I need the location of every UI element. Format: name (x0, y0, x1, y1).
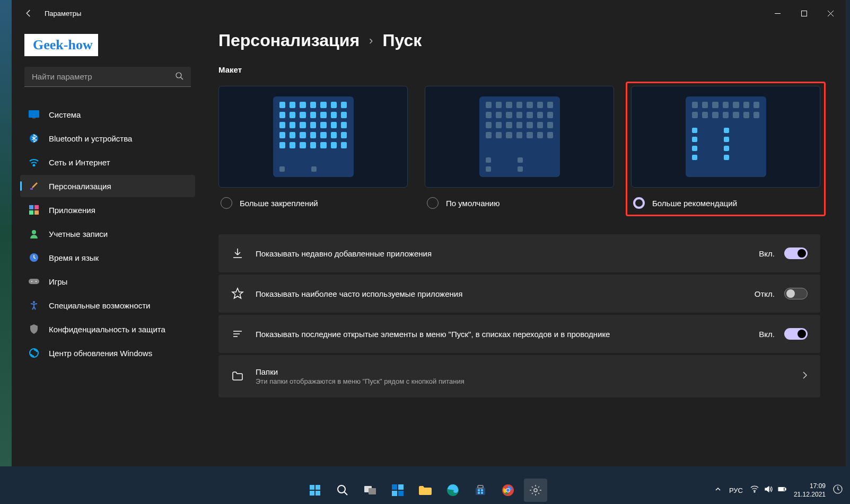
setting-subtitle: Эти папки отображаются в меню "Пуск" ряд… (256, 377, 792, 385)
layout-option-more-recommendations[interactable]: Больше рекомендаций (626, 82, 826, 216)
apps-icon (29, 205, 39, 215)
nav-label: Приложения (49, 206, 95, 215)
radio-icon (221, 197, 232, 209)
sidebar: Geek-how Система Bluetooth и устройства … (12, 26, 204, 466)
logo-text: Geek-how (33, 37, 93, 53)
maximize-button[interactable] (791, 3, 817, 24)
window-title: Параметры (45, 10, 81, 17)
svg-point-12 (176, 73, 181, 78)
layout-preview-more-pins (218, 86, 408, 188)
explorer-button[interactable] (414, 479, 437, 502)
setting-most-used[interactable]: Показывать наиболее часто используемые п… (218, 275, 820, 313)
setting-recent-items[interactable]: Показывать последние открытые элементы в… (218, 315, 820, 353)
nav-label: Учетные записи (49, 229, 108, 238)
nav-label: Игры (49, 277, 67, 286)
radio-more-recommendations[interactable]: Больше рекомендаций (631, 197, 820, 215)
wifi-tray-icon[interactable] (750, 485, 759, 496)
back-button[interactable] (18, 3, 39, 24)
svg-rect-15 (32, 118, 36, 119)
taskbar[interactable]: РУС 17:09 21.12.2021 (0, 476, 850, 504)
close-button[interactable] (817, 3, 844, 24)
search-box[interactable] (24, 67, 191, 87)
nav-label: Система (49, 110, 81, 119)
search-input[interactable] (32, 72, 175, 81)
radio-icon (427, 197, 439, 209)
svg-rect-14 (29, 110, 39, 118)
nav-windows-update[interactable]: Центр обновления Windows (20, 342, 195, 364)
svg-point-55 (534, 489, 537, 492)
chevron-right-icon: › (369, 34, 373, 48)
setting-title: Папки (256, 367, 792, 376)
settings-button[interactable] (524, 479, 547, 502)
layout-options: Больше закреплений (218, 86, 820, 215)
breadcrumb-current: Пуск (382, 31, 422, 50)
toggle-recent-items[interactable] (784, 328, 808, 340)
nav-accounts[interactable]: Учетные записи (20, 223, 195, 245)
radio-label: Больше закреплений (240, 199, 318, 208)
window-controls (764, 3, 844, 24)
store-button[interactable] (469, 479, 492, 502)
battery-tray-icon[interactable] (778, 485, 786, 496)
radio-label: Больше рекомендаций (652, 199, 737, 208)
desktop-wallpaper-strip (0, 0, 12, 466)
svg-rect-49 (481, 489, 483, 491)
nav-bluetooth[interactable]: Bluetooth и устройства (20, 127, 195, 149)
minimize-button[interactable] (764, 3, 791, 24)
nav-apps[interactable]: Приложения (20, 199, 195, 221)
edge-button[interactable] (441, 479, 465, 502)
svg-rect-33 (310, 485, 314, 490)
svg-rect-35 (310, 491, 314, 496)
radio-more-pins[interactable]: Больше закреплений (218, 197, 408, 215)
nav-time-language[interactable]: Время и язык (20, 246, 195, 269)
widgets-button[interactable] (386, 479, 409, 502)
content-area: Geek-how Система Bluetooth и устройства … (12, 26, 846, 466)
setting-folders[interactable]: Папки Эти папки отображаются в меню "Пус… (218, 355, 820, 397)
toggle-most-used[interactable] (784, 288, 808, 299)
svg-rect-47 (478, 485, 483, 488)
svg-point-23 (32, 230, 36, 234)
svg-rect-25 (29, 279, 39, 284)
svg-rect-42 (398, 484, 404, 490)
notifications-icon[interactable] (833, 484, 843, 496)
language-indicator[interactable]: РУС (729, 487, 743, 494)
search-button[interactable] (331, 479, 354, 502)
brush-icon (29, 181, 39, 191)
svg-rect-34 (316, 485, 320, 490)
breadcrumb-parent[interactable]: Персонализация (218, 31, 360, 50)
tray-chevron-icon[interactable] (714, 485, 722, 495)
nav-personalization[interactable]: Персонализация (20, 175, 195, 197)
svg-rect-59 (779, 488, 784, 490)
radio-label: По умолчанию (446, 199, 500, 208)
nav-system[interactable]: Система (20, 103, 195, 126)
svg-rect-20 (34, 205, 39, 209)
taskbar-clock[interactable]: 17:09 21.12.2021 (794, 482, 826, 499)
svg-point-54 (506, 489, 510, 492)
svg-rect-1 (801, 11, 807, 16)
nav-accessibility[interactable]: Специальные возможности (20, 294, 195, 316)
nav-gaming[interactable]: Игры (20, 270, 195, 293)
task-view-button[interactable] (358, 479, 382, 502)
nav-network[interactable]: Сеть и Интернет (20, 151, 195, 173)
chrome-button[interactable] (496, 479, 520, 502)
layout-option-default[interactable]: По умолчанию (425, 86, 614, 215)
nav-privacy[interactable]: Конфиденциальность и защита (20, 318, 195, 340)
setting-recently-added[interactable]: Показывать недавно добавленные приложени… (218, 234, 820, 272)
user-block: Geek-how (16, 26, 199, 66)
nav-label: Персонализация (49, 182, 111, 191)
taskbar-center (303, 479, 547, 502)
folder-icon (231, 370, 244, 383)
volume-tray-icon[interactable] (764, 485, 773, 496)
system-tray[interactable] (750, 485, 786, 496)
setting-title: Показывать недавно добавленные приложени… (256, 249, 759, 258)
svg-point-17 (33, 165, 35, 166)
svg-point-28 (33, 301, 35, 303)
update-icon (29, 348, 39, 358)
svg-line-13 (181, 77, 183, 79)
clock-icon (29, 252, 39, 263)
layout-option-more-pins[interactable]: Больше закреплений (218, 86, 408, 215)
svg-rect-40 (369, 488, 376, 494)
svg-point-37 (338, 485, 345, 493)
radio-default[interactable]: По умолчанию (425, 197, 614, 215)
toggle-recently-added[interactable] (784, 247, 808, 259)
start-button[interactable] (303, 479, 327, 502)
